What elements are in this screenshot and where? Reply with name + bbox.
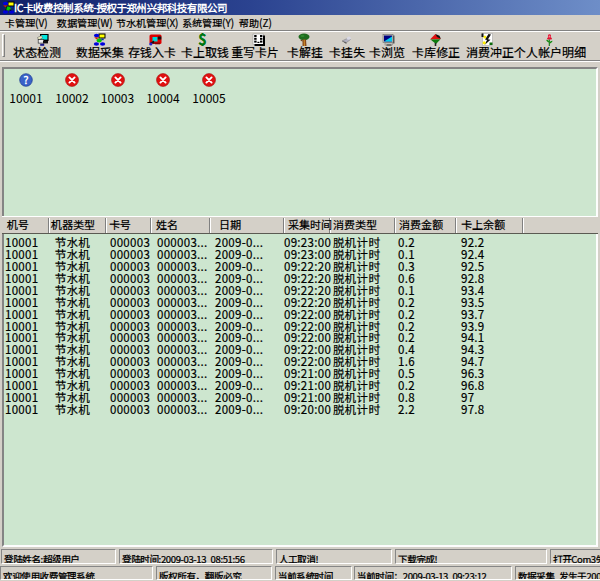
svg-text:$: $ [199,33,207,46]
svg-text:?: ? [24,73,29,87]
